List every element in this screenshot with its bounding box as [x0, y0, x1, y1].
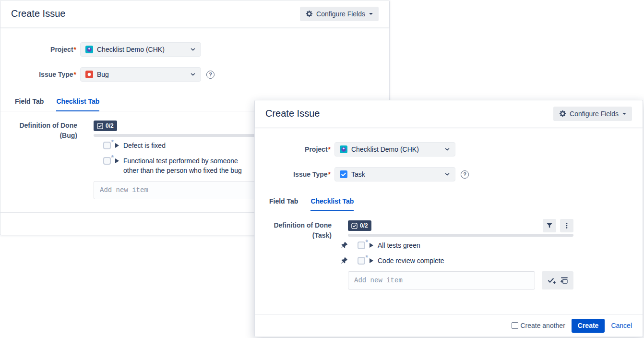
checkbox-icon — [97, 123, 103, 129]
page-title: Create Issue — [11, 8, 65, 19]
mandatory-asterisk: * — [111, 154, 114, 161]
project-avatar-icon — [85, 46, 93, 53]
issue-type-select-value: Bug — [97, 71, 109, 78]
chevron-down-icon — [190, 47, 196, 52]
mandatory-asterisk: * — [111, 138, 114, 146]
required-asterisk: * — [74, 46, 76, 53]
item-text: Functional test performed by someone oth… — [123, 156, 247, 175]
create-another-checkbox[interactable] — [512, 322, 518, 329]
more-options-button[interactable] — [560, 219, 573, 232]
checklist-field-label: Definition of Done (Task) — [255, 220, 332, 241]
checkbox-icon — [351, 223, 358, 229]
create-button[interactable]: Create — [572, 319, 605, 333]
pushpin-icon[interactable] — [341, 241, 348, 249]
add-new-item-input[interactable] — [348, 271, 535, 290]
issue-type-select[interactable]: Bug — [80, 67, 201, 82]
project-select[interactable]: Checklist Demo (CHK) — [334, 142, 455, 157]
checklist-field: Definition of Done (Task) 0/2 — [255, 219, 643, 290]
item-text: Code review complete — [378, 256, 444, 266]
progress-badge-count: 0/2 — [360, 222, 368, 229]
tab-checklist[interactable]: Checklist Tab — [310, 197, 354, 211]
check-plus-icon — [548, 277, 556, 284]
required-asterisk: * — [328, 170, 331, 178]
project-select[interactable]: Checklist Demo (CHK) — [80, 42, 201, 57]
create-issue-dialog-task: Create Issue Configure Fields Project* C… — [254, 100, 643, 337]
item-text: All tests green — [378, 241, 420, 250]
chevron-down-icon — [444, 171, 450, 177]
configure-fields-button[interactable]: Configure Fields — [553, 107, 632, 121]
gear-icon — [559, 110, 566, 117]
required-asterisk: * — [74, 71, 76, 78]
progress-badge-count: 0/2 — [106, 122, 114, 129]
configure-fields-label: Configure Fields — [316, 10, 365, 18]
progress-badge: 0/2 — [94, 121, 117, 131]
dialog-body: Project* Checklist Demo (CHK) Issue Type… — [255, 128, 643, 314]
project-avatar-icon — [340, 145, 347, 153]
checklist-progress-bar — [348, 234, 573, 237]
issue-type-select-value: Task — [351, 170, 365, 178]
triangle-right-icon[interactable] — [370, 243, 373, 248]
bug-type-icon — [85, 71, 93, 78]
task-type-icon — [340, 170, 347, 178]
item-checkbox[interactable]: * — [103, 142, 111, 149]
item-checkbox[interactable]: * — [358, 257, 365, 265]
help-circle-icon[interactable]: ? — [461, 170, 469, 179]
dialog-header: Create Issue Configure Fields — [255, 100, 643, 127]
chevron-down-icon — [444, 146, 450, 152]
mandatory-asterisk: * — [366, 238, 368, 246]
help-circle-icon[interactable]: ? — [206, 71, 215, 79]
item-checkbox[interactable]: * — [358, 241, 365, 249]
dialog-footer: Create another Create Cancel — [255, 314, 643, 337]
add-item-actions-button[interactable] — [542, 271, 573, 290]
chevron-down-icon — [190, 72, 196, 77]
mandatory-asterisk: * — [366, 254, 368, 261]
cancel-link[interactable]: Cancel — [611, 322, 632, 329]
triangle-right-icon[interactable] — [115, 158, 119, 163]
add-new-item-input[interactable] — [94, 181, 281, 199]
configure-fields-button[interactable]: Configure Fields — [300, 7, 379, 21]
checklist-item: * All tests green — [348, 241, 573, 250]
create-another-label: Create another — [520, 322, 565, 329]
project-select-value: Checklist Demo (CHK) — [351, 145, 419, 153]
filter-button[interactable] — [543, 219, 556, 232]
dialog-header: Create Issue Configure Fields — [0, 0, 389, 27]
add-box-icon — [560, 277, 568, 284]
tab-bar: Field Tab Checklist Tab — [255, 197, 643, 211]
gear-icon — [306, 10, 313, 17]
filter-funnel-icon — [546, 222, 553, 229]
checklist-item: * Code review complete — [348, 256, 573, 266]
tab-checklist[interactable]: Checklist Tab — [56, 97, 99, 111]
triangle-right-icon[interactable] — [115, 143, 119, 148]
progress-badge: 0/2 — [348, 220, 371, 231]
pushpin-icon[interactable] — [341, 257, 348, 264]
checklist-field-label: Definition of Done (Bug) — [0, 121, 77, 141]
issue-type-label: Issue Type* — [0, 71, 76, 78]
kebab-menu-icon — [563, 222, 570, 229]
item-text: Defect is fixed — [123, 141, 166, 150]
page-title: Create Issue — [265, 108, 320, 119]
project-label: Project* — [0, 46, 76, 53]
configure-fields-label: Configure Fields — [570, 110, 619, 118]
issue-type-label: Issue Type* — [255, 170, 331, 178]
tab-field[interactable]: Field Tab — [15, 97, 44, 111]
issue-type-select[interactable]: Task — [334, 167, 455, 181]
triangle-right-icon[interactable] — [370, 258, 373, 263]
caret-down-icon — [369, 13, 373, 15]
tab-field[interactable]: Field Tab — [269, 197, 298, 211]
caret-down-icon — [622, 113, 626, 115]
item-checkbox[interactable]: * — [103, 157, 111, 165]
project-label: Project* — [255, 145, 331, 153]
project-select-value: Checklist Demo (CHK) — [97, 46, 165, 53]
required-asterisk: * — [328, 145, 331, 153]
